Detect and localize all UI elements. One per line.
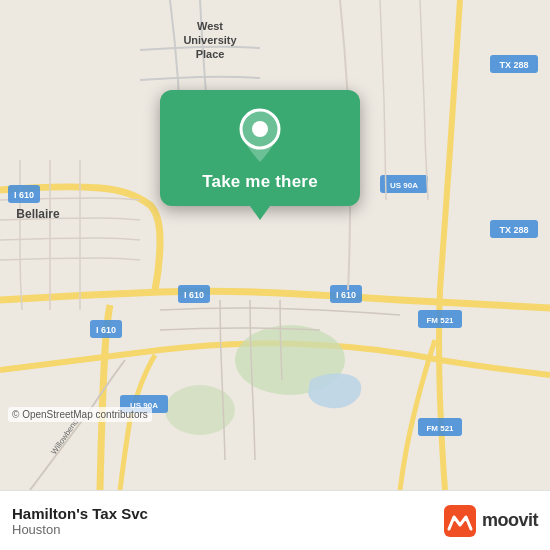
popup-card[interactable]: Take me there (160, 90, 360, 206)
place-name: Hamilton's Tax Svc (12, 505, 148, 522)
copyright-notice: © OpenStreetMap contributors (8, 407, 152, 422)
svg-text:TX 288: TX 288 (499, 60, 528, 70)
svg-point-29 (252, 121, 268, 137)
moovit-icon (444, 505, 476, 537)
svg-text:West: West (197, 20, 223, 32)
svg-text:FM 521: FM 521 (426, 424, 454, 433)
svg-text:I 610: I 610 (336, 290, 356, 300)
moovit-logo: moovit (444, 505, 538, 537)
svg-text:I 610: I 610 (14, 190, 34, 200)
svg-text:US 90A: US 90A (390, 181, 418, 190)
place-city: Houston (12, 522, 148, 537)
svg-text:TX 288: TX 288 (499, 225, 528, 235)
svg-text:Bellaire: Bellaire (16, 207, 60, 221)
svg-text:I 610: I 610 (96, 325, 116, 335)
svg-text:FM 521: FM 521 (426, 316, 454, 325)
location-pin-icon (234, 110, 286, 162)
take-me-there-button[interactable]: Take me there (202, 172, 318, 192)
place-info: Hamilton's Tax Svc Houston (12, 505, 148, 537)
moovit-label: moovit (482, 510, 538, 531)
svg-rect-30 (444, 505, 476, 537)
svg-text:I 610: I 610 (184, 290, 204, 300)
map-container: I 610 I 610 I 610 I 610 TX 288 TX 288 US… (0, 0, 550, 490)
svg-text:Place: Place (196, 48, 225, 60)
bottom-bar: Hamilton's Tax Svc Houston moovit (0, 490, 550, 550)
svg-text:University: University (183, 34, 237, 46)
